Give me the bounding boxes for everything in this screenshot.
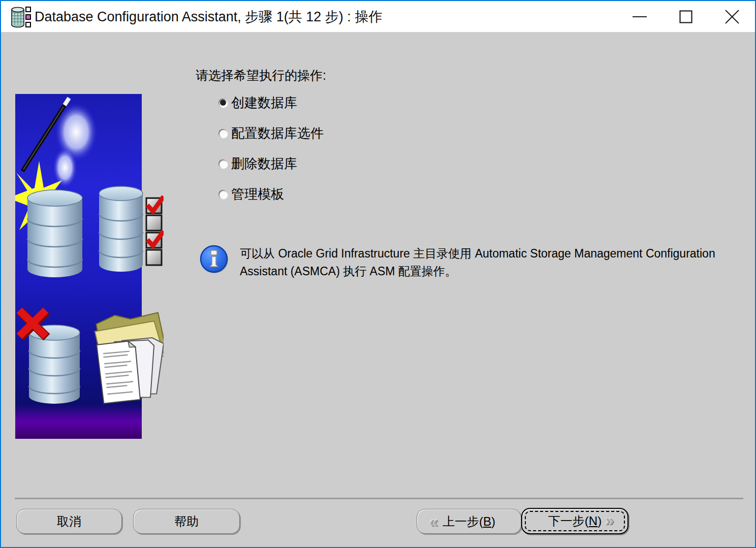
- radio-manage-templates[interactable]: 管理模板: [218, 186, 284, 202]
- back-chevron-icon: «: [429, 513, 438, 530]
- option-label: 管理模板: [231, 185, 284, 203]
- dbca-app-icon: [10, 6, 32, 28]
- info-message: 可以从 Oracle Grid Infrastructure 主目录使用 Aut…: [240, 245, 715, 280]
- footer-separator: [15, 498, 743, 499]
- radio-configure-database-options[interactable]: 配置数据库选件: [218, 125, 324, 141]
- maximize-icon: [679, 10, 692, 23]
- back-label: 上一步(B): [443, 513, 495, 530]
- database-cylinder-right: [99, 186, 143, 272]
- close-icon: [724, 9, 740, 24]
- wand-glow-tail: [53, 147, 77, 188]
- close-button[interactable]: [709, 1, 755, 32]
- database-cylinder-bottom: [29, 325, 80, 404]
- cancel-label: 取消: [57, 513, 81, 530]
- back-button[interactable]: « 上一步(B): [417, 509, 521, 534]
- database-cylinder-left: [27, 190, 82, 277]
- option-label: 删除数据库: [231, 155, 297, 173]
- help-button[interactable]: 帮助: [133, 509, 240, 534]
- next-chevron-icon: »: [605, 512, 614, 528]
- minimize-button[interactable]: [616, 1, 663, 32]
- help-label: 帮助: [174, 513, 199, 530]
- minimize-icon: [632, 9, 647, 24]
- checklist-icon: [146, 197, 164, 265]
- next-button[interactable]: 下一步(N) »: [521, 508, 628, 534]
- title-bar: Database Configuration Assistant, 步骤 1(共…: [1, 1, 755, 32]
- dbca-window: Database Configuration Assistant, 步骤 1(共…: [0, 0, 756, 548]
- action-prompt: 请选择希望执行的操作:: [196, 67, 326, 84]
- documents-icon: [97, 334, 164, 404]
- radio-button[interactable]: [218, 129, 227, 138]
- radio-create-database[interactable]: 创建数据库: [218, 95, 297, 110]
- info-icon: [200, 245, 229, 274]
- radio-button[interactable]: [218, 159, 227, 168]
- option-label: 创建数据库: [231, 94, 297, 112]
- window-title: Database Configuration Assistant, 步骤 1(共…: [35, 8, 382, 26]
- wizard-graphic: [15, 94, 164, 439]
- cancel-button[interactable]: 取消: [16, 509, 122, 534]
- option-label: 配置数据库选件: [231, 124, 324, 142]
- radio-button[interactable]: [218, 190, 227, 199]
- next-label: 下一步(N): [548, 513, 602, 529]
- maximize-button[interactable]: [663, 1, 709, 32]
- window-controls: [616, 1, 755, 32]
- radio-delete-database[interactable]: 删除数据库: [218, 156, 297, 171]
- radio-button[interactable]: [218, 99, 227, 107]
